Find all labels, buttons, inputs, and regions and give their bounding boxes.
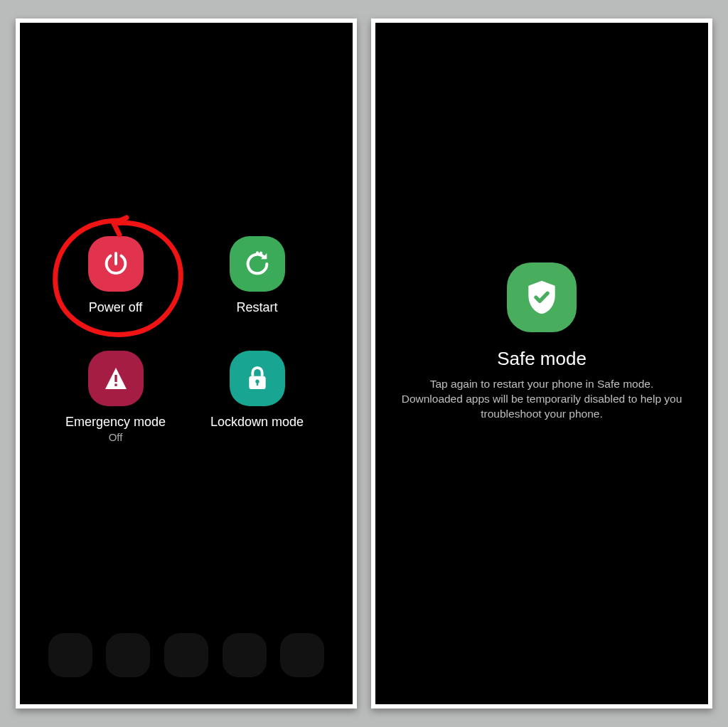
svg-rect-1	[114, 384, 117, 386]
safe-mode-description: Tap again to restart your phone in Safe …	[400, 377, 684, 422]
restart-icon	[230, 236, 285, 292]
emergency-mode-button[interactable]: Emergency mode Off	[48, 351, 183, 443]
emergency-mode-label: Emergency mode	[65, 415, 166, 430]
emergency-icon	[88, 351, 144, 406]
dock-blur	[41, 633, 331, 690]
safe-mode-screen: Safe mode Tap again to restart your phon…	[371, 18, 712, 709]
shield-check-icon	[507, 262, 577, 332]
power-menu-screen: Power off Restart Emergen	[16, 18, 357, 709]
restart-button[interactable]: Restart	[190, 236, 324, 315]
svg-rect-4	[256, 382, 257, 386]
lockdown-icon	[230, 351, 285, 406]
emergency-mode-status: Off	[109, 431, 123, 443]
lockdown-mode-label: Lockdown mode	[210, 415, 304, 430]
power-off-button[interactable]: Power off	[48, 236, 183, 315]
power-options-grid: Power off Restart Emergen	[20, 236, 353, 443]
lockdown-mode-button[interactable]: Lockdown mode	[190, 351, 324, 443]
power-icon	[88, 236, 144, 292]
safe-mode-title: Safe mode	[497, 348, 587, 370]
safe-mode-prompt[interactable]: Safe mode Tap again to restart your phon…	[375, 18, 708, 683]
restart-label: Restart	[236, 300, 277, 315]
svg-rect-0	[114, 375, 117, 382]
power-off-label: Power off	[89, 300, 143, 315]
